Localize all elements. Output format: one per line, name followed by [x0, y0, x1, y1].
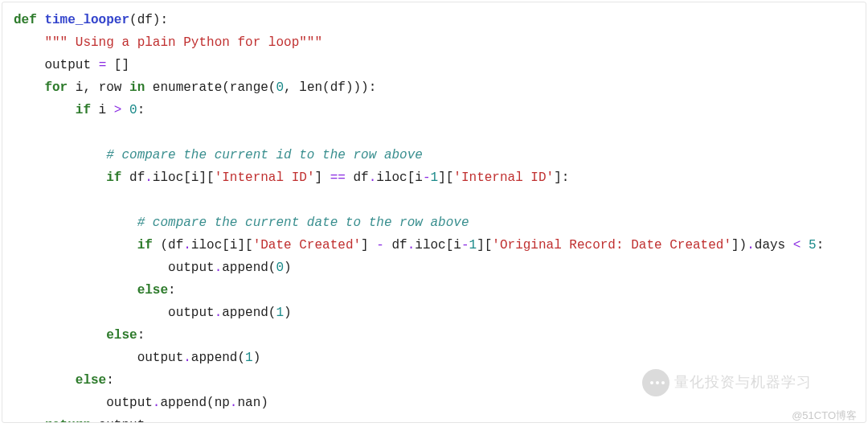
code-token: i [91, 103, 114, 117]
code-token: else [106, 328, 137, 343]
code-token: output [106, 396, 153, 410]
code-token: 1 [245, 351, 253, 365]
code-token: for [44, 80, 68, 95]
code-token: append(np [160, 396, 229, 410]
code-token: 5 [809, 238, 817, 253]
code-line: for i, row in enumerate(range(0, len(df)… [14, 80, 376, 95]
code-token: < [793, 238, 801, 253]
code-line: output.append(1) [14, 351, 260, 365]
code-line: output.append(1) [14, 306, 292, 320]
code-token: ) [284, 306, 292, 320]
code-token: output [168, 261, 215, 275]
code-token: = [99, 58, 107, 72]
code-block: def time_looper(df): """ Using a plain P… [2, 2, 866, 423]
code-token: . [369, 170, 377, 185]
code-token: df [384, 238, 407, 253]
code-token: 1 [431, 170, 439, 185]
code-token: else [137, 283, 168, 298]
code-token: if [76, 103, 91, 117]
code-token: . [145, 170, 153, 185]
code-line: # compare the current date to the row ab… [14, 216, 469, 230]
code-token: 'Internal ID' [215, 170, 315, 185]
code-token: . [747, 238, 755, 253]
code-token: enumerate(range( [145, 80, 276, 95]
code-line: output = [] [14, 58, 129, 72]
code-token: if [137, 238, 153, 253]
code-token: ) [253, 351, 261, 365]
code-line: def time_looper(df): [14, 13, 168, 27]
code-line: if i > 0: [14, 103, 145, 117]
code-token: == [330, 170, 346, 185]
code-token: iloc[i][ [191, 238, 253, 253]
code-line: """ Using a plain Python for loop""" [14, 35, 322, 50]
code-token: 'Original Record: Date Created' [492, 238, 731, 253]
code-token: ] [314, 170, 330, 185]
code-token: if [106, 170, 121, 185]
code-token: in [129, 80, 145, 95]
code-token [121, 103, 129, 117]
code-token: return [44, 418, 91, 423]
code-token: > [114, 103, 122, 117]
code-line: if (df.iloc[i]['Date Created'] - df.iloc… [14, 238, 824, 253]
code-line: else: [14, 328, 145, 343]
code-token: : [137, 328, 145, 343]
code-token: append( [222, 306, 276, 320]
code-token: [] [106, 58, 129, 72]
code-token: . [215, 261, 223, 275]
code-token: 'Internal ID' [453, 170, 554, 185]
code-token: 1 [276, 306, 284, 320]
code-token: else [76, 373, 106, 388]
code-token: """ Using a plain Python for loop""" [44, 35, 322, 50]
code-token: - [423, 170, 431, 185]
code-token [800, 238, 809, 253]
code-token: 'Date Created' [253, 238, 361, 253]
code-token: . [407, 238, 416, 253]
code-token: # compare the current id to the row abov… [106, 148, 423, 162]
code-token: , len(df))): [284, 80, 376, 95]
code-token: : [106, 373, 114, 388]
code-token: def [14, 13, 44, 27]
code-token: : [168, 283, 176, 298]
code-token: time_looper [44, 13, 129, 27]
code-token: 1 [469, 238, 477, 253]
code-token: . [183, 351, 191, 365]
code-token: : [817, 238, 825, 253]
code-token: (df): [129, 13, 168, 27]
code-token: ]: [554, 170, 569, 185]
code-line: else: [14, 283, 176, 298]
code-line: return output [14, 418, 145, 423]
code-token: 0 [129, 103, 137, 117]
code-line: else: [14, 373, 114, 388]
code-token: . [183, 238, 191, 253]
code-token: (df [153, 238, 183, 253]
code-line: # compare the current id to the row abov… [14, 148, 423, 162]
code-token: iloc[i [376, 170, 423, 185]
code-token: ]) [731, 238, 747, 253]
code-content: def time_looper(df): """ Using a plain P… [14, 9, 854, 423]
code-token: output [137, 351, 184, 365]
code-token: - [376, 238, 384, 253]
code-token: append( [191, 351, 245, 365]
code-token: output [91, 418, 145, 423]
code-token: ][ [477, 238, 492, 253]
code-token: ] [361, 238, 376, 253]
code-token: iloc[i][ [153, 170, 215, 185]
code-token: - [461, 238, 469, 253]
code-token: . [153, 396, 161, 410]
code-token: df [346, 170, 369, 185]
code-token: days [755, 238, 793, 253]
code-token: i, row [68, 80, 129, 95]
code-line: if df.iloc[i]['Internal ID'] == df.iloc[… [14, 170, 569, 185]
code-token: iloc[i [415, 238, 461, 253]
code-line: output.append(0) [14, 261, 292, 275]
code-token: df [121, 170, 145, 185]
code-token: output [168, 306, 215, 320]
code-line: output.append(np.nan) [14, 396, 268, 410]
code-token: 0 [276, 261, 284, 275]
code-token: : [137, 103, 145, 117]
code-token: nan) [237, 396, 268, 410]
code-token: # compare the current date to the row ab… [137, 216, 469, 230]
code-token: . [215, 306, 223, 320]
code-token: append( [222, 261, 276, 275]
site-watermark: @51CTO博客 [792, 407, 857, 425]
